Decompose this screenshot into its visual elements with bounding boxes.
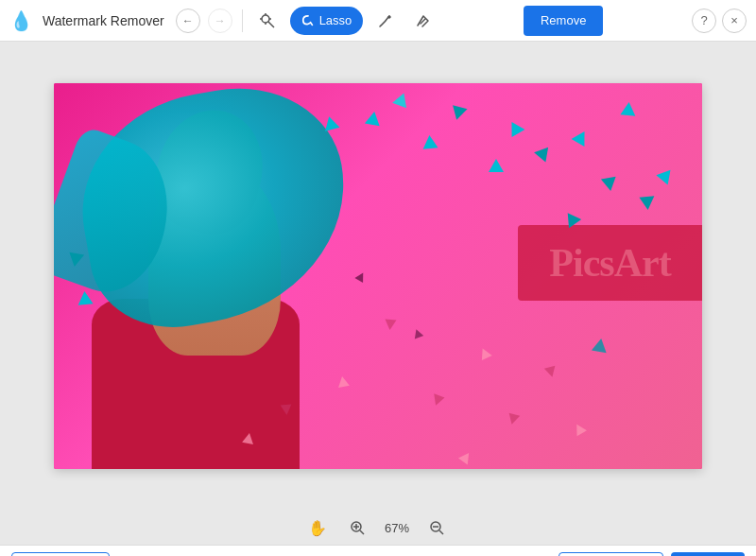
- new-image-button[interactable]: New Image: [11, 552, 110, 557]
- image-canvas: PicsArt: [54, 83, 702, 469]
- triangle-4: [489, 159, 504, 172]
- triangle-p2: [336, 375, 350, 388]
- triangle-2: [421, 134, 438, 148]
- triangle-15: [67, 252, 84, 269]
- svg-point-1: [262, 15, 269, 23]
- help-button[interactable]: ?: [692, 9, 716, 33]
- svg-line-8: [360, 530, 364, 534]
- titlebar: 💧 Watermark Remover ← → Lasso: [0, 0, 756, 42]
- svg-line-12: [439, 530, 443, 534]
- app-title: Watermark Remover: [43, 13, 164, 28]
- svg-line-0: [268, 22, 274, 27]
- zoom-level: 67%: [378, 521, 416, 535]
- close-button[interactable]: ×: [722, 9, 747, 33]
- action-bar: New Image Crop & Save Save: [0, 545, 756, 556]
- lasso-icon: [301, 14, 315, 27]
- triangle-1: [365, 111, 382, 127]
- undo-button[interactable]: ←: [176, 9, 200, 33]
- separator-1: [242, 9, 243, 32]
- lasso-label: Lasso: [319, 13, 352, 27]
- lasso-tool[interactable]: Lasso: [290, 7, 364, 35]
- main-canvas-area: PicsArt: [0, 42, 756, 511]
- redo-button[interactable]: →: [208, 9, 232, 33]
- triangle-p6: [242, 432, 255, 444]
- triangle-p10: [592, 338, 609, 354]
- brush-tool[interactable]: [370, 6, 401, 36]
- triangle-p1: [385, 319, 397, 330]
- triangle-7: [601, 177, 618, 193]
- image-container[interactable]: PicsArt: [54, 83, 702, 469]
- zoom-toolbar: ✋ 67%: [0, 511, 756, 545]
- magic-wand-tool[interactable]: [252, 6, 283, 36]
- remove-button[interactable]: Remove: [524, 6, 603, 36]
- triangle-p7: [281, 404, 293, 415]
- eraser-tool[interactable]: [408, 6, 438, 36]
- zoom-out-button[interactable]: [425, 516, 448, 539]
- window-controls: ? ×: [692, 9, 747, 33]
- watermark-text: PicsArt: [549, 240, 670, 286]
- save-button[interactable]: Save: [671, 552, 745, 557]
- crop-save-button[interactable]: Crop & Save: [558, 552, 664, 557]
- watermark-box: PicsArt: [518, 225, 702, 301]
- triangle-16: [77, 290, 93, 304]
- zoom-in-button[interactable]: [346, 516, 369, 539]
- triangle-8: [620, 101, 636, 115]
- triangle-12: [639, 196, 655, 210]
- app-logo: 💧: [9, 9, 33, 32]
- hand-tool-icon[interactable]: ✋: [308, 519, 327, 537]
